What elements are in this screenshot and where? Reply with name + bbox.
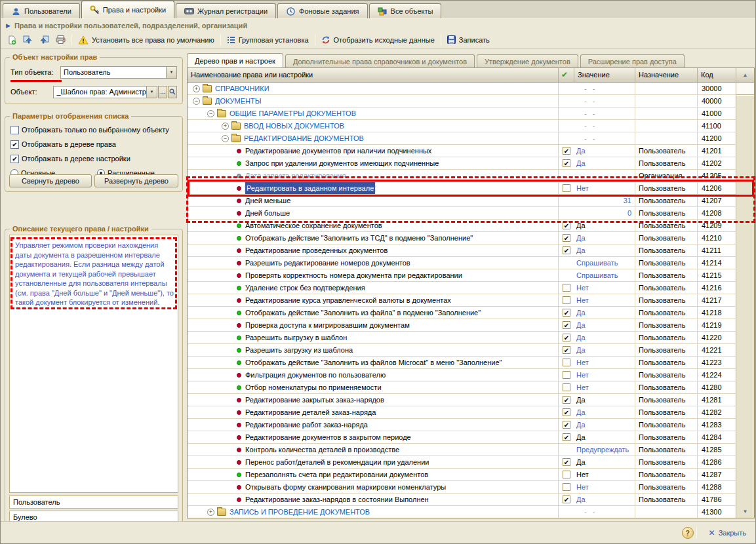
set-default-rights-button[interactable]: Установить все права по умолчанию [75,33,218,47]
tab-background-jobs[interactable]: Фоновые задания [277,3,367,18]
tab-registration-log[interactable]: Журнал регистрации [176,3,276,18]
tab-all-objects[interactable]: Все объекты [369,3,442,18]
value-cell[interactable]: Нет [574,357,635,368]
checked-checkbox[interactable]: ✔ [563,408,570,416]
checked-checkbox[interactable]: ✔ [563,321,570,329]
tree-leaf-row[interactable]: Редактирование документов в закрытом пер… [188,431,736,444]
value-cell[interactable]: Да [574,220,635,231]
help-button[interactable]: ? [682,527,694,539]
show-source-button[interactable]: Отобразить исходные данные [318,33,438,47]
object-field[interactable]: _Шаблон прав: Администр ▼ [53,86,157,98]
expand-icon[interactable]: + [207,509,214,516]
collapse-icon[interactable]: − [207,110,214,117]
value-cell[interactable] [574,170,635,182]
tree-folder-row[interactable]: −ДОКУМЕНТЫ- -40000 [188,95,736,107]
expand-icon[interactable]: + [222,123,229,130]
unchecked-checkbox[interactable] [563,483,570,491]
tab-document-approval[interactable]: Утверждение документов [477,54,578,68]
unchecked-checkbox[interactable] [563,184,570,192]
value-cell[interactable]: Да [574,307,635,319]
checked-checkbox[interactable]: ✔ [563,234,570,242]
tree-leaf-row[interactable]: Разрешить редактирование номеров докумен… [188,257,736,269]
column-header-value[interactable]: Значение [574,68,635,82]
column-header-purpose[interactable]: Назначение [635,68,698,82]
check-column-icon[interactable]: ✔ [559,68,574,82]
value-cell[interactable]: Да [574,494,635,505]
column-header-code[interactable]: Код [698,68,736,82]
checked-checkbox[interactable]: ✔ [563,222,570,229]
collapse-tree-button[interactable]: Свернуть дерево [9,174,92,187]
tree-leaf-row[interactable]: Перезаполнять счета при редактировании д… [188,469,736,481]
tree-folder-row[interactable]: −РЕДАКТИРОВАНИЕ ДОКУМЕНТОВ- -41200 [188,132,736,145]
tree-leaf-row[interactable]: Удаление строк без подтвержденияНетПольз… [188,282,736,294]
value-cell[interactable]: Нет [574,282,635,294]
new-item-button[interactable] [4,33,20,47]
value-cell[interactable]: Нет [574,294,635,306]
tree-leaf-row[interactable]: Проверять корректность номера документа … [188,269,736,282]
value-cell[interactable]: 31 [574,195,635,206]
value-cell[interactable]: - - [574,95,635,107]
tree-leaf-row[interactable]: Контроль количества деталей в производст… [188,444,736,456]
value-cell[interactable]: - - [574,120,635,132]
value-cell[interactable]: Спрашивать [574,269,635,281]
value-cell[interactable]: Да [574,332,635,343]
value-cell[interactable]: Да [574,244,635,256]
tree-leaf-row[interactable]: Редактирование закрытых заказ-нарядов✔Да… [188,394,736,406]
tree-leaf-row[interactable]: Редактирование проведенных документов✔Да… [188,244,736,257]
tree-folder-row[interactable]: −ОБЩИЕ ПАРАМЕТРЫ ДОКУМЕНТОВ- -41000 [188,107,736,120]
checkbox-only-selected-object[interactable]: Отображать только по выбранному объекту [10,125,169,135]
tree-leaf-row[interactable]: Редактирование документов при наличии по… [188,145,736,157]
unchecked-checkbox[interactable] [563,359,570,366]
expand-icon[interactable]: + [193,85,200,92]
tree-leaf-row[interactable]: Редактирование курса управленческой валю… [188,294,736,307]
tree-leaf-row[interactable]: Дней больше0Пользователь41208 [188,207,736,220]
tree-leaf-row[interactable]: Проверка доступа к мигрировавшим докумен… [188,319,736,332]
tree-leaf-row[interactable]: Дата запрета редактированияОрганизация41… [188,170,736,182]
tree-leaf-row[interactable]: Фильтрация документов по пользователюНет… [188,369,736,381]
object-type-select[interactable]: Пользователь ▼ [60,66,177,79]
tree-leaf-row[interactable]: Редактирование заказ-нарядов в состоянии… [188,494,736,506]
expand-tree-button[interactable]: Развернуть дерево [94,174,178,187]
unchecked-checkbox[interactable] [563,371,570,379]
tab-users[interactable]: Пользователи [3,3,80,18]
value-cell[interactable]: Нет [574,469,635,480]
tree-leaf-row[interactable]: Отбор номенклатуры по применяемостиНетПо… [188,381,736,394]
value-cell[interactable]: Да [574,456,635,468]
value-cell[interactable]: Да [574,319,635,331]
collapse-icon[interactable]: − [193,98,200,105]
copy-rights-from-button[interactable] [36,33,52,47]
tree-folder-row[interactable]: +СПРАВОЧНИКИ- -30000 [188,83,736,95]
scroll-down-icon[interactable]: ▼ [736,505,754,518]
scroll-up-icon[interactable]: ▲ [736,68,754,83]
value-cell[interactable]: Да [574,157,635,169]
object-search-button[interactable] [168,86,177,98]
tree-leaf-row[interactable]: Разрешить выгрузку в шаблон✔ДаПользовате… [188,332,736,344]
tree-leaf-row[interactable]: Перенос работ/деталей в рекомендации при… [188,456,736,469]
tree-leaf-row[interactable]: Отображать действие "Заполнить из файла"… [188,307,736,319]
close-button[interactable]: ✕ Закрыть [706,527,749,539]
value-cell[interactable]: Спрашивать [574,257,635,269]
tree-folder-row[interactable]: +ВВОД НОВЫХ ДОКУМЕНТОВ- -41100 [188,120,736,132]
tab-access-extension[interactable]: Расширение прав доступа [580,54,685,68]
print-button[interactable] [52,33,69,47]
value-cell[interactable]: - - [574,83,635,94]
tree-leaf-row[interactable]: Разрешить загрузку из шаблона✔ДаПользова… [188,344,736,357]
group-set-button[interactable]: Групповая установка [224,33,312,47]
tree-leaf-row[interactable]: Отображать действие "Заполнить из файлов… [188,357,736,369]
checked-checkbox[interactable]: ✔ [563,396,570,404]
value-cell[interactable]: Да [574,419,635,431]
value-cell[interactable]: - - [574,506,635,518]
chevron-down-icon[interactable]: ▼ [146,87,157,98]
checked-checkbox[interactable]: ✔ [563,334,570,341]
value-cell[interactable]: Предупреждать [574,444,635,456]
object-more-button[interactable]: ... [158,86,167,98]
tree-leaf-row[interactable]: Редактирование деталей заказ-наряда✔ДаПо… [188,406,736,419]
value-cell[interactable]: Да [574,394,635,406]
checked-checkbox[interactable]: ✔ [563,421,570,429]
tree-leaf-row[interactable]: Редактировать в заданном интервалеНетПол… [188,182,736,195]
checked-checkbox[interactable]: ✔ [563,458,570,466]
tree-leaf-row[interactable]: Редактирование работ заказ-наряда✔ДаПоль… [188,419,736,431]
unchecked-checkbox[interactable] [10,126,19,134]
tree-leaf-row[interactable]: Открывать форму сканирования маркировки … [188,481,736,494]
checkbox-show-rights-in-tree[interactable]: ✔ Отображать в дереве права [10,139,116,149]
